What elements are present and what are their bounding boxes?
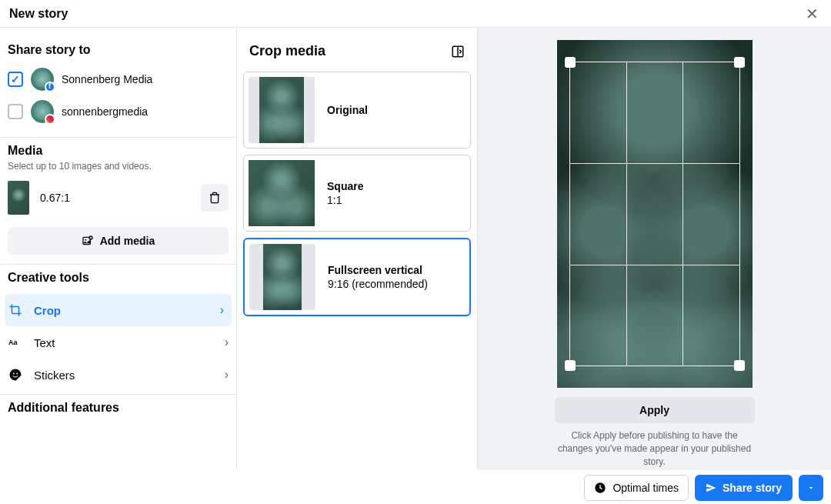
preview-image[interactable]	[557, 40, 753, 388]
svg-point-5	[16, 373, 18, 375]
footer: Optimal times Share story	[0, 470, 831, 504]
avatar	[31, 100, 54, 123]
checkbox-facebook[interactable]	[8, 72, 23, 87]
crop-option-square[interactable]: Square 1:1	[243, 155, 471, 232]
media-section-subtitle: Select up to 10 images and videos.	[8, 161, 229, 172]
media-thumbnail	[8, 181, 29, 215]
crop-option-label: Square	[327, 180, 363, 192]
account-name: Sonnenberg Media	[62, 73, 152, 85]
image-add-icon	[82, 235, 94, 247]
instagram-badge-icon	[45, 114, 55, 125]
expand-icon[interactable]	[451, 45, 465, 58]
share-dropdown-button[interactable]	[799, 475, 823, 501]
caret-down-icon	[806, 483, 816, 492]
crop-handle-tl[interactable]	[565, 57, 576, 68]
send-icon	[706, 482, 716, 493]
crop-option-sub: 1:1	[327, 194, 363, 206]
crop-option-label: Fullscreen vertical	[328, 264, 428, 276]
text-icon: Aa	[8, 335, 23, 349]
account-row-facebook[interactable]: Sonnenberg Media	[8, 63, 229, 95]
share-story-button[interactable]: Share story	[695, 475, 793, 501]
share-story-label: Share story	[723, 482, 782, 494]
delete-media-button[interactable]	[201, 184, 229, 212]
crop-handle-br[interactable]	[734, 360, 745, 371]
optimal-times-label: Optimal times	[612, 482, 679, 494]
tool-label: Stickers	[34, 369, 75, 382]
tool-label: Text	[34, 336, 55, 349]
media-section-title: Media	[8, 144, 229, 158]
media-item[interactable]: 0.67:1	[8, 178, 229, 218]
add-media-label: Add media	[100, 235, 155, 247]
close-button[interactable]: ✕	[803, 2, 822, 26]
svg-point-1	[85, 239, 86, 241]
crop-handle-bl[interactable]	[565, 360, 576, 371]
crop-panel-title: Crop media	[249, 43, 325, 59]
account-row-instagram[interactable]: sonnenbergmedia	[8, 95, 229, 128]
chevron-right-icon: ›	[225, 368, 229, 382]
svg-text:Aa: Aa	[8, 339, 18, 346]
sidebar: Share story to Sonnenberg Media sonnenbe…	[0, 28, 237, 504]
account-name: sonnenbergmedia	[62, 105, 148, 118]
crop-option-label: Original	[327, 104, 368, 116]
crop-overlay[interactable]	[569, 62, 740, 366]
checkbox-instagram[interactable]	[8, 104, 23, 119]
crop-option-fullscreen-vertical[interactable]: Fullscreen vertical 9:16 (recommended)	[243, 238, 471, 316]
media-ratio-label: 0.67:1	[40, 192, 190, 204]
avatar	[31, 68, 54, 91]
tool-stickers[interactable]: Stickers ›	[0, 359, 236, 391]
sticker-icon	[8, 368, 23, 382]
crop-panel: Crop media Original Square 1:1 Fullscree…	[237, 28, 478, 504]
share-section-title: Share story to	[8, 43, 229, 57]
preview-panel: Apply Click Apply before publishing to h…	[478, 28, 831, 504]
apply-hint: Click Apply before publishing to have th…	[555, 429, 755, 468]
tool-label: Crop	[34, 304, 61, 317]
crop-option-sub: 9:16 (recommended)	[328, 278, 428, 290]
svg-point-4	[13, 373, 15, 375]
trash-icon	[209, 192, 221, 204]
additional-section-title: Additional features	[8, 401, 229, 415]
apply-button[interactable]: Apply	[555, 397, 755, 423]
tool-text[interactable]: Aa Text ›	[0, 326, 236, 359]
optimal-times-button[interactable]: Optimal times	[584, 475, 689, 501]
crop-handle-tr[interactable]	[734, 57, 745, 68]
tool-crop[interactable]: Crop ›	[5, 294, 232, 326]
chevron-right-icon: ›	[220, 303, 224, 317]
page-title: New story	[9, 7, 68, 21]
tools-section-title: Creative tools	[8, 271, 229, 285]
chevron-right-icon: ›	[225, 335, 229, 349]
clock-icon	[594, 482, 606, 494]
crop-icon	[8, 303, 23, 317]
crop-option-original[interactable]: Original	[243, 72, 471, 149]
facebook-badge-icon	[45, 82, 55, 92]
add-media-button[interactable]: Add media	[8, 227, 229, 255]
